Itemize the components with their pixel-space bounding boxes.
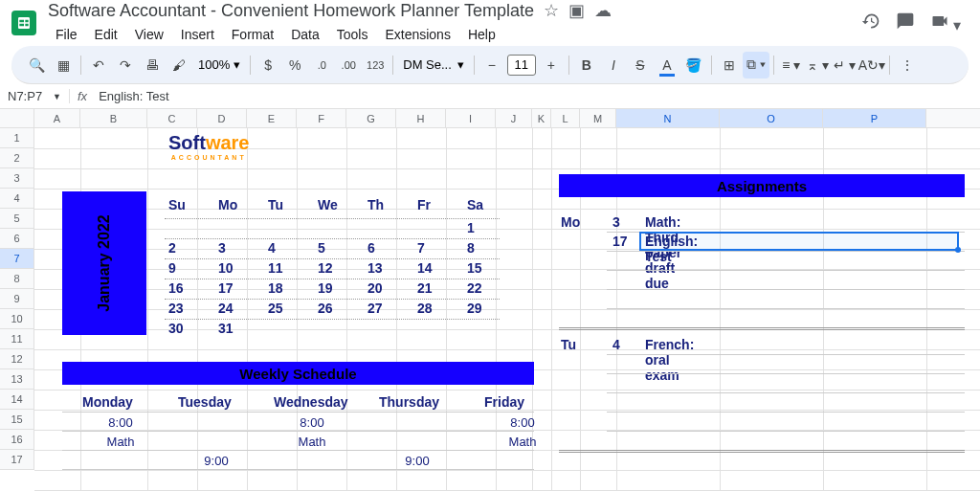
decrease-font-button[interactable]: −: [479, 52, 505, 78]
font-select[interactable]: DM Se... ▾: [397, 57, 470, 72]
row-header-4[interactable]: 4: [0, 189, 33, 209]
merge-button[interactable]: ⧉ ▾: [743, 52, 769, 78]
row-header-15[interactable]: 15: [0, 410, 33, 430]
col-header-B[interactable]: B: [80, 109, 147, 127]
text-color-button[interactable]: A: [654, 52, 680, 78]
menu-file[interactable]: File: [48, 23, 85, 46]
col-header-K[interactable]: K: [532, 109, 551, 127]
cal-date: 19: [318, 280, 333, 296]
font-size-input[interactable]: [507, 55, 536, 76]
cal-date: 16: [168, 280, 184, 296]
select-all-corner[interactable]: [0, 109, 34, 128]
move-icon[interactable]: ▣: [568, 0, 585, 21]
col-header-M[interactable]: M: [580, 109, 616, 127]
menu-edit[interactable]: Edit: [87, 23, 125, 46]
col-header-C[interactable]: C: [147, 109, 197, 127]
col-header-F[interactable]: F: [297, 109, 346, 127]
weekly-day-head: Friday: [484, 394, 524, 410]
col-header-J[interactable]: J: [496, 109, 532, 127]
currency-button[interactable]: $: [255, 52, 281, 78]
cal-date: 3: [218, 240, 226, 256]
bold-button[interactable]: B: [573, 52, 600, 78]
name-box[interactable]: N7:P7▼: [0, 89, 69, 103]
schedule-cell: Math: [82, 435, 159, 449]
cal-date: 30: [168, 321, 184, 336]
menu-data[interactable]: Data: [283, 23, 327, 46]
print-icon[interactable]: 🖶: [139, 52, 166, 78]
valign-button[interactable]: ⌅ ▾: [805, 52, 832, 78]
row-header-12[interactable]: 12: [0, 349, 33, 369]
row-header-7[interactable]: 7: [0, 249, 33, 269]
cloud-icon[interactable]: ☁: [594, 0, 612, 21]
italic-button[interactable]: I: [600, 52, 627, 78]
assign-date: 4: [612, 337, 620, 352]
col-header-I[interactable]: I: [446, 109, 496, 127]
search-icon[interactable]: 🔍: [23, 52, 50, 78]
col-header-E[interactable]: E: [247, 109, 297, 127]
row-headers: 1234567891011121314151617: [0, 128, 34, 470]
col-header-H[interactable]: H: [396, 109, 446, 127]
row-header-1[interactable]: 1: [0, 128, 33, 148]
sheets-logo[interactable]: [11, 11, 36, 35]
star-icon[interactable]: ☆: [544, 0, 559, 21]
col-header-N[interactable]: N: [616, 109, 720, 127]
strike-button[interactable]: S: [627, 52, 654, 78]
increase-decimal-button[interactable]: .00: [335, 52, 362, 78]
row-header-2[interactable]: 2: [0, 148, 33, 168]
menu-help[interactable]: Help: [460, 23, 503, 46]
cal-date: 6: [368, 240, 375, 256]
decrease-decimal-button[interactable]: .0: [308, 52, 335, 78]
zoom-select[interactable]: 100% ▾: [192, 57, 246, 72]
row-header-11[interactable]: 11: [0, 329, 33, 349]
meet-icon[interactable]: ▾: [930, 11, 961, 34]
row-header-6[interactable]: 6: [0, 229, 33, 249]
cal-date: 5: [318, 240, 325, 256]
col-header-L[interactable]: L: [551, 109, 580, 127]
cal-date: 7: [417, 240, 425, 256]
row-header-13[interactable]: 13: [0, 369, 33, 390]
col-header-O[interactable]: O: [720, 109, 823, 127]
undo-icon[interactable]: ↶: [85, 52, 112, 78]
more-button[interactable]: ⋮: [894, 52, 921, 78]
row-header-5[interactable]: 5: [0, 209, 33, 229]
col-header-A[interactable]: A: [34, 109, 80, 127]
menu-extensions[interactable]: Extensions: [377, 23, 457, 46]
paint-format-icon[interactable]: 🖌: [166, 52, 192, 78]
row-header-16[interactable]: 16: [0, 430, 33, 450]
filter-views-icon[interactable]: ▦: [50, 52, 77, 78]
history-icon[interactable]: [861, 11, 880, 34]
row-header-10[interactable]: 10: [0, 309, 33, 329]
wrap-button[interactable]: ↵ ▾: [832, 52, 858, 78]
comment-icon[interactable]: [896, 11, 915, 34]
font-size-group: − +: [479, 52, 565, 78]
column-headers: ABCDEFGHIJKLMNOP: [34, 109, 980, 128]
fill-color-button[interactable]: 🪣: [680, 52, 707, 78]
menu-view[interactable]: View: [127, 23, 171, 46]
doc-title[interactable]: Software Accountant - Convenient Homewor…: [48, 1, 534, 21]
redo-icon[interactable]: ↷: [112, 52, 139, 78]
menu-format[interactable]: Format: [224, 23, 281, 46]
row-header-3[interactable]: 3: [0, 168, 33, 189]
cal-date: 26: [318, 301, 333, 316]
row-header-14[interactable]: 14: [0, 390, 33, 410]
percent-button[interactable]: %: [281, 52, 308, 78]
menu-tools[interactable]: Tools: [329, 23, 376, 46]
row-header-17[interactable]: 17: [0, 450, 33, 470]
col-header-P[interactable]: P: [823, 109, 926, 127]
formula-input[interactable]: English: Test: [95, 89, 980, 103]
rotate-button[interactable]: A↻▾: [858, 52, 885, 78]
assign-day: Tu: [561, 337, 576, 352]
row-header-9[interactable]: 9: [0, 289, 33, 309]
cal-date: 15: [467, 260, 482, 276]
col-header-D[interactable]: D: [197, 109, 247, 127]
borders-button[interactable]: ⊞: [716, 52, 743, 78]
increase-font-button[interactable]: +: [538, 52, 565, 78]
halign-button[interactable]: ≡ ▾: [778, 52, 805, 78]
schedule-cell: Math: [484, 435, 561, 449]
row-header-8[interactable]: 8: [0, 269, 33, 289]
menu-insert[interactable]: Insert: [173, 23, 222, 46]
fx-icon[interactable]: fx: [69, 89, 95, 103]
col-header-G[interactable]: G: [346, 109, 396, 127]
more-formats-button[interactable]: 123: [362, 52, 389, 78]
month-block: January 2022: [62, 191, 146, 335]
